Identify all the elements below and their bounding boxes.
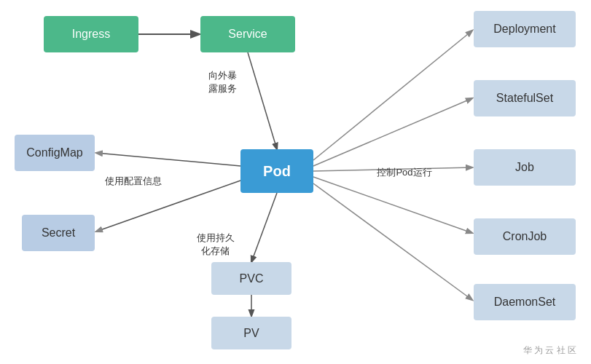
job-node: Job — [474, 149, 576, 186]
storage-label: 使用持久化存储 — [188, 232, 243, 258]
daemonset-node: DaemonSet — [474, 284, 576, 320]
diagram: Ingress Service Pod ConfigMap Secret PVC… — [0, 0, 591, 364]
service-node: Service — [200, 16, 295, 52]
statefulset-node: StatefulSet — [474, 80, 576, 116]
pv-node: PV — [211, 317, 291, 349]
expose-label: 向外暴露服务 — [197, 69, 248, 95]
svg-line-1 — [248, 52, 277, 149]
deployment-node: Deployment — [474, 11, 576, 47]
svg-line-6 — [313, 31, 472, 160]
svg-line-9 — [313, 177, 472, 233]
svg-line-4 — [251, 193, 277, 262]
secret-node: Secret — [22, 215, 95, 251]
cronjob-node: CronJob — [474, 218, 576, 255]
watermark: 华 为 云 社 区 — [523, 344, 576, 357]
configuse-label: 使用配置信息 — [101, 175, 166, 188]
pvc-node: PVC — [211, 262, 291, 295]
control-label: 控制Pod运行 — [364, 166, 445, 179]
svg-line-10 — [313, 183, 472, 300]
ingress-node: Ingress — [44, 16, 138, 52]
svg-line-7 — [313, 98, 472, 166]
svg-line-3 — [96, 181, 240, 232]
pod-node: Pod — [240, 149, 313, 193]
svg-line-2 — [96, 153, 240, 166]
configmap-node: ConfigMap — [15, 135, 95, 171]
